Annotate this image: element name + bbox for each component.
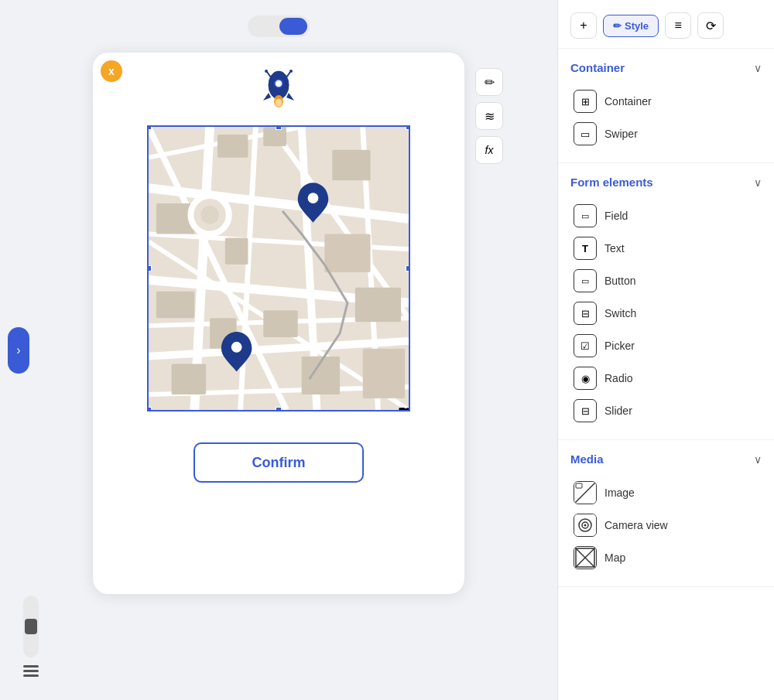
right-toolbar: ✏ ≋ fx: [475, 68, 503, 164]
svg-rect-35: [363, 349, 405, 398]
slider-thumb[interactable]: [25, 619, 37, 634]
handle-tl[interactable]: [147, 125, 152, 130]
map-element[interactable]: ☛: [147, 125, 410, 411]
camera-view-item[interactable]: Camera view: [570, 509, 762, 541]
filter-icon-button[interactable]: ≋: [475, 102, 503, 130]
style-icon: ✏: [613, 20, 622, 32]
switch-item[interactable]: ⊟ Switch: [570, 297, 762, 330]
list-tab-button[interactable]: ≡: [665, 12, 691, 39]
text-label: Text: [604, 242, 625, 254]
slider-line-1: [23, 665, 39, 668]
map-icon: [574, 546, 597, 569]
svg-rect-33: [172, 364, 206, 395]
slider-line-2: [23, 670, 39, 672]
media-chevron-icon[interactable]: ∨: [754, 453, 762, 466]
form-elements-section-title: Form elements: [570, 176, 653, 189]
style-tab-button[interactable]: ✏ Style: [603, 15, 659, 37]
panel-toolbar: + ✏ Style ≡ ⟳: [558, 0, 774, 49]
container-section: Container ∨ ⊞ Container ▭ Swiper: [558, 49, 774, 163]
svg-point-1: [275, 80, 283, 87]
svg-line-4: [267, 72, 271, 77]
container-chevron-icon[interactable]: ∨: [754, 62, 762, 74]
handle-bl[interactable]: [147, 407, 152, 411]
svg-rect-32: [355, 288, 401, 322]
image-label: Image: [604, 487, 635, 499]
text-item[interactable]: T Text: [570, 232, 762, 265]
button-label: Button: [604, 275, 635, 287]
svg-rect-28: [324, 234, 370, 272]
slider-track[interactable]: [23, 596, 39, 657]
form-elements-section: Form elements ∨ ▭ Field T Text ▭ Button …: [558, 163, 774, 440]
confirm-button[interactable]: Confirm: [194, 442, 364, 483]
button-item[interactable]: ▭ Button: [570, 265, 762, 297]
map-item[interactable]: Map: [570, 541, 762, 574]
left-arrow-button[interactable]: ›: [8, 327, 29, 374]
toggle-knob: [279, 18, 307, 35]
radio-label: Radio: [604, 372, 633, 384]
form-elements-section-header: Form elements ∨: [570, 176, 762, 189]
slider-lines: [23, 665, 39, 677]
svg-point-3: [276, 99, 282, 107]
edit-icon-button[interactable]: ✏: [475, 68, 503, 96]
handle-mr[interactable]: [406, 265, 410, 271]
rocket-logo: [255, 68, 302, 118]
switch-label: Switch: [604, 307, 636, 319]
picker-item[interactable]: ☑ Picker: [570, 330, 762, 362]
svg-rect-29: [156, 292, 194, 319]
picker-label: Picker: [604, 340, 635, 352]
svg-point-7: [289, 70, 293, 73]
media-section-title: Media: [570, 452, 604, 466]
toggle-bar[interactable]: [248, 15, 310, 37]
container-icon: ⊞: [574, 90, 597, 113]
cursor-icon: ☛: [397, 400, 410, 411]
svg-rect-31: [263, 310, 297, 337]
add-tab-button[interactable]: +: [570, 12, 597, 39]
field-label: Field: [604, 210, 628, 222]
text-icon: T: [574, 237, 597, 260]
form-elements-chevron-icon[interactable]: ∨: [754, 176, 762, 189]
map-svg: [149, 127, 409, 410]
button-icon: ▭: [574, 269, 597, 292]
image-icon: [574, 481, 597, 504]
slider-icon: ⊟: [574, 399, 597, 422]
camera-view-icon: [574, 514, 597, 537]
media-section-header: Media ∨: [570, 452, 762, 466]
container-section-title: Container: [570, 61, 625, 74]
phone-frame: x: [93, 53, 464, 594]
bottom-left-control: [23, 596, 39, 677]
media-section: Media ∨ Image Camera: [558, 440, 774, 587]
handle-bc[interactable]: [276, 407, 282, 411]
svg-line-6: [286, 72, 290, 77]
svg-rect-27: [332, 150, 370, 181]
svg-point-5: [265, 70, 268, 73]
slider-label: Slider: [604, 405, 632, 417]
swiper-icon: ▭: [574, 122, 597, 145]
radio-icon: ◉: [574, 367, 597, 390]
settings-tab-button[interactable]: ⟳: [697, 12, 724, 39]
handle-tr[interactable]: [406, 125, 410, 130]
switch-icon: ⊟: [574, 302, 597, 325]
slider-item[interactable]: ⊟ Slider: [570, 394, 762, 427]
field-item[interactable]: ▭ Field: [570, 200, 762, 232]
handle-tc[interactable]: [276, 125, 282, 130]
image-item[interactable]: Image: [570, 476, 762, 509]
swiper-item[interactable]: ▭ Swiper: [570, 118, 762, 150]
field-icon: ▭: [574, 204, 597, 227]
formula-icon-button[interactable]: fx: [475, 136, 503, 164]
handle-ml[interactable]: [147, 265, 152, 271]
radio-item[interactable]: ◉ Radio: [570, 362, 762, 394]
svg-rect-26: [225, 237, 248, 265]
swiper-label: Swiper: [604, 128, 638, 140]
picker-icon: ☑: [574, 334, 597, 357]
canvas-area: › x: [0, 0, 557, 700]
svg-rect-23: [217, 135, 248, 158]
svg-point-46: [584, 524, 587, 527]
close-badge-button[interactable]: x: [101, 60, 122, 82]
container-label: Container: [604, 95, 652, 108]
container-section-header: Container ∨: [570, 61, 762, 74]
map-label: Map: [604, 551, 625, 564]
container-item[interactable]: ⊞ Container: [570, 85, 762, 118]
camera-view-label: Camera view: [604, 519, 668, 531]
svg-point-38: [308, 193, 319, 203]
slider-line-3: [23, 674, 39, 677]
